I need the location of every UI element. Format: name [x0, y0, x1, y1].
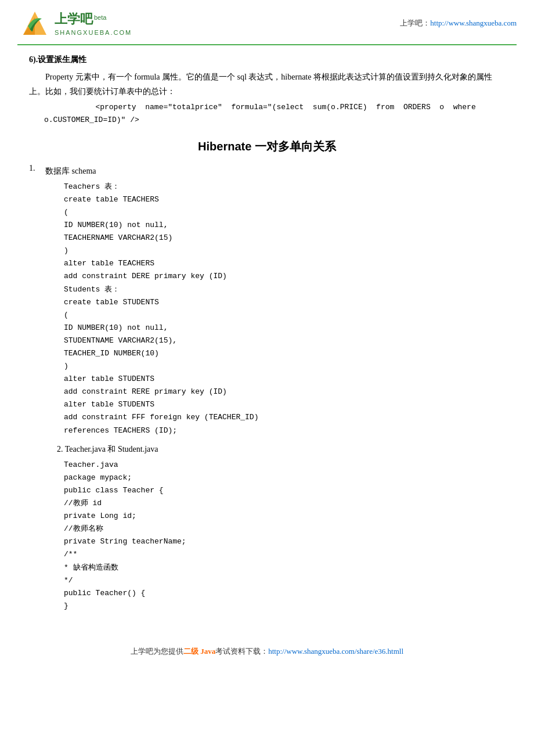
code-line-16: alter table STUDENTS — [64, 373, 505, 386]
code-line-20: references TEACHERS (ID); — [64, 424, 505, 437]
section-2-num — [41, 442, 52, 456]
footer: 上学吧为您提供二级 Java考试资料下载：http://www.shangxue… — [0, 640, 534, 663]
code-line-14: TEACHER_ID NUMBER(10) — [64, 347, 505, 360]
top-section-para1: Property 元素中，有一个 formula 属性。它的值是一个 sql 表… — [29, 70, 505, 99]
code-line-9: Students 表： — [64, 283, 505, 296]
header: 上学吧beta SHANGXUEBA.COM 上学吧：http://www.sh… — [0, 0, 534, 41]
logo-chinese: 上学吧 — [55, 12, 93, 26]
code-line-1: Teachers 表： — [64, 181, 505, 193]
footer-highlight: 二级 Java — [183, 647, 215, 656]
footer-url[interactable]: http://www.shangxueba.com/share/e36.html… — [268, 647, 403, 656]
code-java-5: private Long id; — [64, 510, 505, 523]
logo-icon — [17, 6, 52, 41]
code-java-2: package mypack; — [64, 471, 505, 484]
top-section: 6).设置派生属性 Property 元素中，有一个 formula 属性。它的… — [29, 55, 505, 127]
code-line-2: create table TEACHERS — [64, 193, 505, 206]
code-java-9: * 缺省构造函数 — [64, 561, 505, 574]
logo-domain: SHANGXUEBA.COM — [55, 29, 132, 36]
top-section-title: 6).设置派生属性 — [29, 55, 505, 65]
section-2: 2. Teacher.java 和 Student.java Teacher.j… — [29, 442, 505, 613]
code-java-1: Teacher.java — [64, 459, 505, 471]
logo-text-area: 上学吧beta SHANGXUEBA.COM — [55, 10, 132, 36]
code-line-19: add constraint FFF foreign key (TEACHER_… — [64, 411, 505, 424]
article-title: Hibernate 一对多单向关系 — [29, 139, 505, 154]
section-1: 1. 数据库 schema Teachers 表： create table T… — [29, 164, 505, 437]
section-1-label: 数据库 schema — [45, 164, 505, 178]
code-java-6: //教师名称 — [64, 523, 505, 535]
code-java-7: private String teacherName; — [64, 535, 505, 548]
code-java-12: } — [64, 600, 505, 613]
logo-area: 上学吧beta SHANGXUEBA.COM — [17, 6, 132, 41]
code-line-11: ( — [64, 309, 505, 322]
page: 上学吧beta SHANGXUEBA.COM 上学吧：http://www.sh… — [0, 0, 534, 756]
code-line-15: ) — [64, 360, 505, 373]
code-java-4: //教师 id — [64, 497, 505, 510]
code-java-11: public Teacher() { — [64, 587, 505, 600]
section-2-header: 2. Teacher.java 和 Student.java — [29, 442, 505, 456]
code-line-7: alter table TEACHERS — [64, 257, 505, 270]
section-1-code: Teachers 表： create table TEACHERS ( ID N… — [64, 181, 505, 437]
code-java-3: public class Teacher { — [64, 484, 505, 497]
code-line-10: create table STUDENTS — [64, 296, 505, 309]
section-2-code: Teacher.java package mypack; public clas… — [64, 459, 505, 613]
code-line-13: STUDENTNAME VARCHAR2(15), — [64, 334, 505, 347]
code-line-12: ID NUMBER(10) not null, — [64, 322, 505, 334]
section-2-label: 2. Teacher.java 和 Student.java — [57, 442, 505, 456]
top-section-code2: o.CUSTOMER_ID=ID)" /> — [44, 114, 505, 127]
header-right: 上学吧：http://www.shangxueba.com — [400, 18, 517, 28]
code-line-6: ) — [64, 244, 505, 257]
site-url[interactable]: http://www.shangxueba.com — [430, 19, 517, 27]
logo-main: 上学吧beta — [55, 10, 132, 28]
section-1-num: 1. — [29, 164, 41, 178]
content: 6).设置派生属性 Property 元素中，有一个 formula 属性。它的… — [0, 45, 534, 629]
code-line-4: ID NUMBER(10) not null, — [64, 219, 505, 232]
code-line-3: ( — [64, 206, 505, 219]
site-label: 上学吧： — [400, 19, 430, 27]
code-java-8: /** — [64, 548, 505, 561]
code-line-17: add constraint RERE primary key (ID) — [64, 386, 505, 398]
code-line-8: add constraint DERE primary key (ID) — [64, 270, 505, 283]
footer-prefix: 上学吧为您提供 — [131, 647, 183, 656]
code-java-10: */ — [64, 574, 505, 587]
footer-suffix: 考试资料下载： — [215, 647, 268, 656]
logo-beta: beta — [94, 14, 106, 21]
top-section-code1: <property name="totalprice" formula="(se… — [59, 101, 505, 114]
code-line-18: alter table STUDENTS — [64, 398, 505, 411]
code-line-5: TEACHERNAME VARCHAR2(15) — [64, 232, 505, 244]
section-1-header: 1. 数据库 schema — [29, 164, 505, 178]
